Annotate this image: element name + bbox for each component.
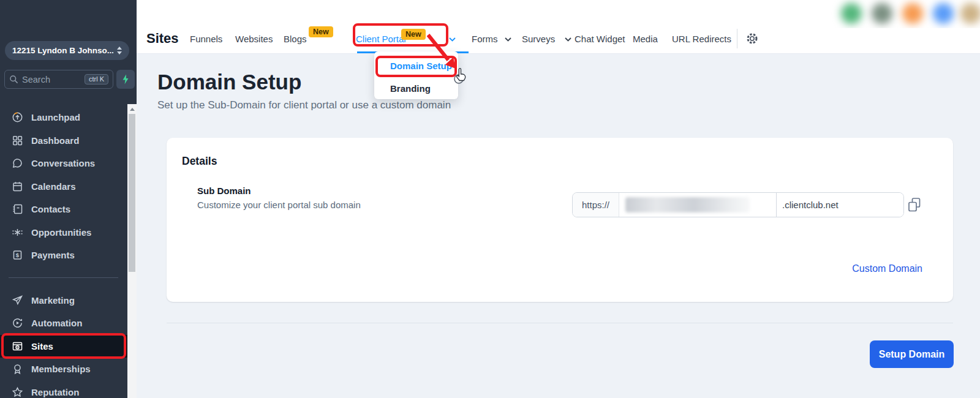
address-book-icon (12, 203, 23, 215)
launchpad-icon (12, 111, 23, 123)
svg-text:$: $ (16, 252, 20, 258)
tab-blogs[interactable]: Blogs (284, 34, 307, 44)
copy-icon[interactable] (907, 197, 922, 213)
tab-funnels[interactable]: Funnels (190, 34, 222, 44)
subdomain-input[interactable] (619, 193, 776, 217)
dropdown-item-branding[interactable]: Branding (374, 77, 458, 100)
sidebar-item-label: Conversations (31, 158, 95, 168)
blogs-new-badge: New (309, 26, 333, 37)
location-updown-icon (117, 47, 122, 54)
sidebar-item-calendars[interactable]: Calendars (0, 175, 127, 198)
chat-bubble-icon (12, 157, 23, 169)
sidebar-item-opportunities[interactable]: Opportunities (0, 221, 127, 244)
sidebar-item-reputation[interactable]: Reputation (0, 381, 127, 398)
subdomain-description: Customize your client portal sub domain (197, 200, 361, 210)
sidebar-item-label: Memberships (31, 364, 91, 374)
gear-icon[interactable] (745, 32, 759, 45)
url-prefix: https:// (573, 193, 619, 217)
client-portal-new-badge: New (401, 29, 426, 40)
calendar-icon (12, 181, 23, 192)
sidebar-item-label: Automation (31, 318, 82, 328)
client-portal-chevron-down-icon[interactable] (449, 37, 456, 42)
sidebar-item-label: Payments (31, 250, 75, 260)
sidebar: 12215 Lyndon B Johnso... ctrl K Launchpa… (0, 0, 137, 398)
search-input[interactable] (22, 75, 66, 84)
avatar (960, 3, 980, 24)
main-content: Domain Setup Set up the Sub-Domain for c… (137, 54, 980, 398)
sidebar-item-payments[interactable]: $ Payments (0, 244, 127, 267)
page-subtitle: Set up the Sub-Domain for client portal … (157, 99, 451, 111)
subdomain-label: Sub Domain (197, 186, 251, 196)
sidebar-item-label: Calendars (31, 181, 76, 192)
nav-divider (737, 29, 737, 48)
sidebar-item-automation[interactable]: Automation (0, 312, 127, 335)
domain-suffix: .clientclub.net (776, 193, 903, 217)
topnav: Sites Funnels Websites Blogs New Client … (137, 0, 980, 54)
automation-icon (12, 317, 23, 329)
sidebar-scrollbar[interactable] (127, 104, 137, 398)
sidebar-item-dashboard[interactable]: Dashboard (0, 129, 127, 152)
sidebar-item-label: Launchpad (31, 112, 80, 122)
tab-url-redirects[interactable]: URL Redirects (672, 34, 731, 44)
opportunities-icon (12, 227, 23, 238)
scrollbar-thumb[interactable] (129, 114, 135, 272)
avatar (841, 3, 862, 24)
dashboard-icon (12, 135, 23, 146)
footer-divider (167, 323, 953, 323)
quick-actions-button[interactable] (116, 70, 135, 89)
custom-domain-link[interactable]: Custom Domain (852, 263, 922, 274)
sidebar-item-contacts[interactable]: Contacts (0, 198, 127, 221)
location-switcher[interactable]: 12215 Lyndon B Johnso... (5, 41, 129, 60)
tab-surveys[interactable]: Surveys (522, 34, 555, 44)
sidebar-item-launchpad[interactable]: Launchpad (0, 106, 127, 129)
sidebar-divider (9, 277, 118, 278)
sidebar-item-label: Sites (31, 341, 53, 351)
tab-websites[interactable]: Websites (235, 34, 273, 44)
lightning-bolt-icon (121, 74, 130, 84)
tab-media[interactable]: Media (633, 34, 658, 44)
client-portal-dropdown: Domain Setup Branding (374, 51, 458, 99)
sidebar-menu: Launchpad Dashboard Conversations (0, 106, 127, 398)
paper-plane-icon (12, 295, 23, 306)
sidebar-item-label: Marketing (31, 295, 75, 306)
sidebar-search[interactable]: ctrl K (4, 70, 113, 89)
search-shortcut-badge: ctrl K (85, 74, 108, 84)
setup-domain-button[interactable]: Setup Domain (870, 340, 954, 368)
avatar (872, 3, 892, 24)
sidebar-item-label: Dashboard (31, 135, 79, 146)
blurred-avatars (830, 0, 980, 28)
surveys-chevron-down-icon[interactable] (565, 37, 571, 42)
avatar (933, 3, 954, 24)
avatar (902, 3, 923, 24)
star-icon (12, 386, 23, 398)
forms-chevron-down-icon[interactable] (505, 37, 511, 42)
location-name: 12215 Lyndon B Johnso... (12, 46, 113, 55)
sidebar-item-memberships[interactable]: Memberships (0, 358, 127, 381)
medal-icon (12, 363, 23, 375)
page-title: Domain Setup (157, 70, 301, 94)
sidebar-item-sites[interactable]: Sites (0, 335, 127, 358)
dropdown-item-domain-setup[interactable]: Domain Setup (374, 54, 458, 77)
card-heading: Details (182, 155, 217, 168)
sidebar-item-label: Opportunities (31, 227, 91, 238)
tab-chat-widget[interactable]: Chat Widget (575, 34, 625, 44)
page-section-title: Sites (146, 31, 179, 47)
search-icon (9, 75, 18, 84)
sidebar-item-label: Contacts (31, 204, 70, 214)
sites-icon (12, 340, 23, 352)
scrollbar-up-arrow-icon[interactable] (130, 108, 135, 111)
tab-forms[interactable]: Forms (472, 34, 498, 44)
sidebar-item-label: Reputation (31, 387, 79, 397)
sidebar-item-marketing[interactable]: Marketing (0, 289, 127, 312)
payments-icon: $ (12, 249, 23, 261)
subdomain-input-group: https:// .clientclub.net (572, 192, 904, 217)
sidebar-item-conversations[interactable]: Conversations (0, 152, 127, 175)
tab-client-portal[interactable]: Client Portal (356, 34, 406, 44)
details-card: Details Sub Domain Customize your client… (167, 138, 953, 302)
redacted-subdomain-value (625, 197, 750, 212)
